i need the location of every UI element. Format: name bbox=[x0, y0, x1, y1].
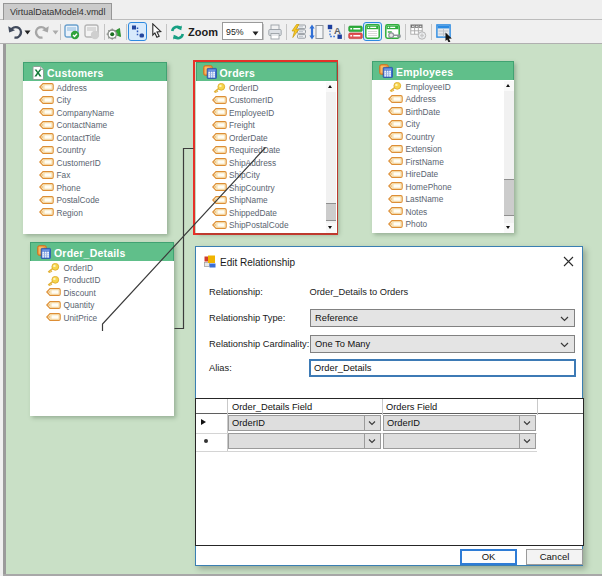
svg-text:A: A bbox=[334, 25, 341, 36]
